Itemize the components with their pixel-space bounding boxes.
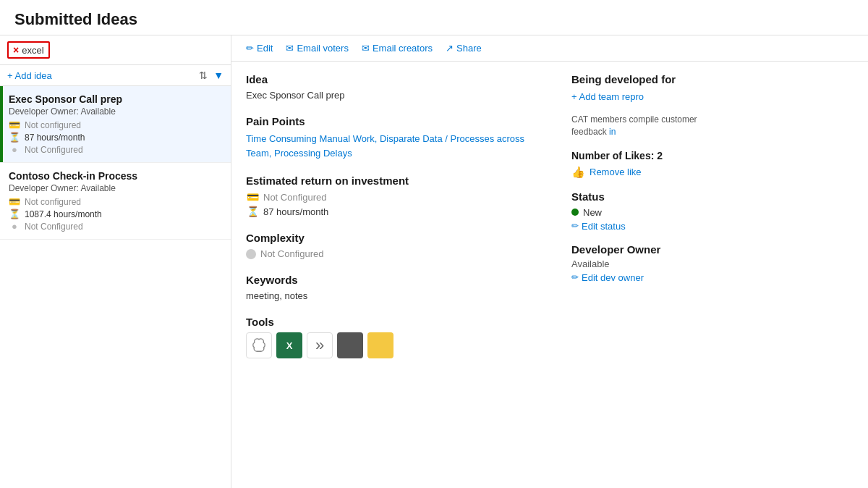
- pain-points-section: Pain Points Time Consuming Manual Work, …: [246, 115, 550, 160]
- search-tag-close-icon[interactable]: ×: [13, 44, 19, 56]
- remove-like-label: Remove like: [590, 167, 642, 177]
- idea-roi-money-2: 💳 Not configured: [9, 196, 222, 207]
- filter-icon[interactable]: ▼: [213, 70, 224, 81]
- money-icon-2: 💳: [9, 196, 20, 207]
- edit-status-label: Edit status: [582, 221, 626, 232]
- idea-meta-1: 💳 Not configured ⏳ 87 hours/month ● Not …: [9, 119, 222, 155]
- tools-title: Tools: [246, 316, 550, 328]
- email-voters-icon: ✉: [286, 43, 294, 54]
- idea-status-2: ● Not Configured: [9, 221, 222, 232]
- tool-extra-2-icon: [367, 332, 393, 358]
- roi-hours-value: 87 hours/month: [263, 206, 328, 217]
- idea-title-2: Contoso Check-in Process: [9, 170, 222, 182]
- edit-dev-owner-button[interactable]: ✏ Edit dev owner: [571, 272, 788, 283]
- hourglass-icon-1: ⏳: [9, 132, 20, 143]
- idea-roi-money-label-2: Not configured: [25, 197, 81, 207]
- tools-section: Tools X: [246, 316, 550, 358]
- search-bar: × excel: [0, 35, 231, 65]
- idea-owner-2: Developer Owner: Available: [9, 183, 222, 193]
- email-voters-button[interactable]: ✉ Email voters: [286, 43, 349, 54]
- dev-owner-title: Developer Owner: [571, 243, 788, 256]
- pain-points-value: Time Consuming Manual Work, Disparate Da…: [246, 132, 550, 160]
- complexity-value: Not Configured: [260, 248, 323, 259]
- roi-section: Estimated return on investment 💳 Not Con…: [246, 174, 550, 217]
- email-creators-button[interactable]: ✉ Email creators: [362, 43, 433, 54]
- idea-hours-label-1: 87 hours/month: [25, 132, 85, 143]
- email-creators-icon: ✉: [362, 43, 370, 54]
- idea-status-1: ● Not Configured: [9, 144, 222, 155]
- search-tag[interactable]: × excel: [7, 41, 50, 59]
- add-idea-button[interactable]: + Add idea: [7, 70, 52, 81]
- ideas-list: Exec Sponsor Call prep Developer Owner: …: [0, 86, 231, 488]
- thumbs-up-icon: 👍: [571, 166, 585, 179]
- share-button[interactable]: ↗ Share: [446, 43, 482, 54]
- idea-item-1[interactable]: Exec Sponsor Call prep Developer Owner: …: [0, 86, 231, 163]
- roi-money-value: Not Configured: [263, 192, 326, 203]
- detail-body: Idea Exec Sponsor Call prep Pain Points …: [231, 62, 868, 488]
- idea-roi-money-label-1: Not configured: [25, 120, 81, 130]
- idea-owner-1: Developer Owner: Available: [9, 106, 222, 117]
- roi-money-icon: 💳: [246, 191, 259, 203]
- hourglass-icon-2: ⏳: [9, 209, 20, 219]
- edit-button[interactable]: ✏ Edit: [246, 43, 273, 54]
- likes-title: Number of Likes: 2: [571, 150, 788, 161]
- idea-section: Idea Exec Sponsor Call prep: [246, 73, 550, 101]
- cat-note-link[interactable]: in: [609, 127, 616, 137]
- roi-money-row: 💳 Not Configured: [246, 191, 550, 203]
- being-developed-section: Being developed for + Add team repro: [571, 73, 788, 102]
- status-title: Status: [571, 190, 788, 203]
- edit-status-pencil-icon: ✏: [571, 221, 579, 231]
- tool-excel-icon: X: [276, 332, 302, 358]
- keywords-value: meeting, notes: [246, 290, 550, 301]
- cat-note-text: CAT members compile customer feedback in: [571, 114, 697, 137]
- dev-owner-section: Developer Owner Available ✏ Edit dev own…: [571, 243, 788, 283]
- keywords-title: Keywords: [246, 274, 550, 286]
- status-value-row: New: [571, 207, 788, 218]
- search-tag-label: excel: [22, 45, 43, 56]
- status-icon-1: ●: [9, 144, 20, 155]
- idea-hours-2: ⏳ 1087.4 hours/month: [9, 209, 222, 219]
- sort-icon[interactable]: ⇅: [199, 70, 208, 81]
- remove-like-button[interactable]: 👍 Remove like: [571, 166, 788, 179]
- add-team-repro-button[interactable]: + Add team repro: [571, 91, 788, 102]
- idea-section-value: Exec Sponsor Call prep: [246, 90, 550, 101]
- edit-dev-owner-label: Edit dev owner: [582, 272, 644, 283]
- idea-hours-1: ⏳ 87 hours/month: [9, 132, 222, 143]
- detail-main: Idea Exec Sponsor Call prep Pain Points …: [246, 73, 550, 476]
- tool-arrow-icon: »: [307, 332, 333, 358]
- page: Submitted Ideas × excel + Add idea ⇅ ▼: [0, 0, 868, 488]
- being-developed-title: Being developed for: [571, 73, 788, 85]
- idea-meta-2: 💳 Not configured ⏳ 1087.4 hours/month ● …: [9, 196, 222, 232]
- complexity-title: Complexity: [246, 232, 550, 244]
- idea-item-2[interactable]: Contoso Check-in Process Developer Owner…: [0, 163, 231, 240]
- tool-extra-1-icon: [337, 332, 363, 358]
- email-creators-label: Email creators: [373, 43, 433, 54]
- complexity-dot-icon: [246, 249, 256, 259]
- status-dot-icon: [571, 209, 579, 216]
- detail-toolbar: ✏ Edit ✉ Email voters ✉ Email creators ↗…: [231, 35, 868, 62]
- add-team-repro-label: + Add team repro: [571, 91, 644, 102]
- main-content: × excel + Add idea ⇅ ▼ Exec Sponsor Call…: [0, 35, 868, 488]
- edit-label: Edit: [257, 43, 273, 54]
- status-value: New: [583, 207, 602, 218]
- left-panel: × excel + Add idea ⇅ ▼ Exec Sponsor Call…: [0, 35, 231, 488]
- page-header: Submitted Ideas: [0, 0, 868, 35]
- idea-section-title: Idea: [246, 73, 550, 85]
- status-icon-2: ●: [9, 221, 20, 232]
- right-panel: ✏ Edit ✉ Email voters ✉ Email creators ↗…: [231, 35, 868, 488]
- tool-brain-icon: [246, 332, 272, 358]
- list-actions: + Add idea ⇅ ▼: [0, 65, 231, 86]
- roi-hourglass-icon: ⏳: [246, 206, 259, 217]
- complexity-section: Complexity Not Configured: [246, 232, 550, 259]
- detail-right-column: Being developed for + Add team repro CAT…: [571, 73, 788, 476]
- idea-hours-label-2: 1087.4 hours/month: [25, 209, 102, 219]
- edit-dev-owner-pencil-icon: ✏: [571, 272, 579, 282]
- page-title: Submitted Ideas: [14, 10, 854, 29]
- edit-status-button[interactable]: ✏ Edit status: [571, 221, 788, 232]
- share-icon: ↗: [446, 43, 454, 54]
- status-section: Status New ✏ Edit status: [571, 190, 788, 232]
- idea-status-label-2: Not Configured: [25, 222, 83, 232]
- likes-section: Number of Likes: 2 👍 Remove like: [571, 150, 788, 179]
- idea-roi-money-1: 💳 Not configured: [9, 119, 222, 130]
- share-label: Share: [456, 43, 482, 54]
